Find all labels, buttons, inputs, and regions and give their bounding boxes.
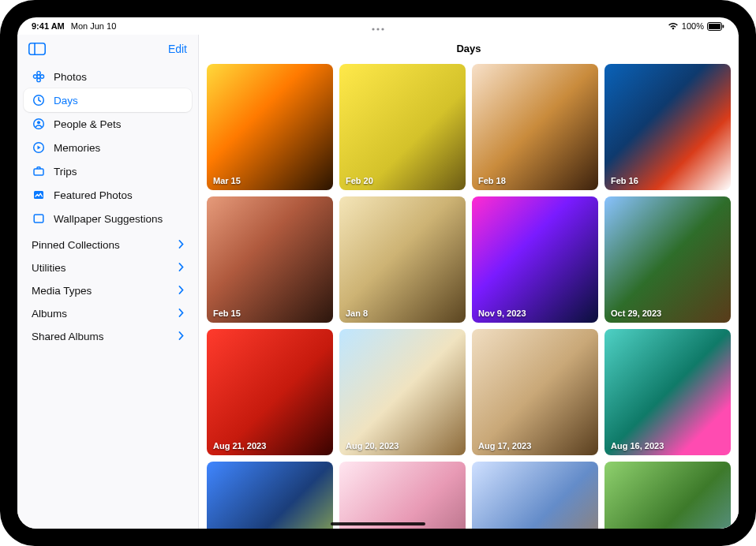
person-icon: [32, 117, 46, 131]
sidebar-item-label: Memories: [54, 142, 100, 154]
tile-date-label: Feb 20: [346, 176, 373, 185]
day-tile[interactable]: Aug 21, 2023: [207, 329, 333, 455]
day-tile[interactable]: Feb 20: [339, 64, 466, 190]
day-tile[interactable]: [604, 462, 731, 529]
sidebar-group-utilities[interactable]: Utilities: [24, 256, 192, 279]
photo-grid: Mar 15Feb 20Feb 18Feb 16Feb 15Jan 8Nov 9…: [207, 64, 731, 529]
sidebar-item-featured-photos[interactable]: Featured Photos: [24, 183, 192, 207]
clock-icon: [32, 93, 46, 107]
photo-thumbnail: [207, 196, 333, 323]
tile-date-label: Feb 16: [611, 176, 638, 185]
day-tile[interactable]: Jan 8: [339, 196, 466, 323]
wifi-icon: [668, 22, 679, 30]
photos-icon: [32, 69, 46, 84]
sidebar-group-pinned-collections[interactable]: Pinned Collections: [24, 234, 192, 256]
tile-date-label: Nov 9, 2023: [478, 309, 526, 318]
chevron-right-icon: [178, 285, 184, 297]
sidebar-item-label: Trips: [54, 166, 77, 178]
photo-thumbnail: [339, 329, 466, 455]
sidebar-item-days[interactable]: Days: [24, 88, 192, 112]
home-indicator[interactable]: [331, 522, 425, 525]
battery-icon: [707, 22, 724, 31]
day-tile[interactable]: [472, 462, 598, 529]
photo-thumbnail: [207, 329, 333, 455]
svg-rect-19: [34, 215, 43, 223]
status-time: 9:41 AM: [32, 21, 65, 31]
photo-thumbnail: [207, 462, 333, 529]
tile-date-label: Aug 21, 2023: [213, 441, 266, 451]
sidebar-group-label: Utilities: [32, 262, 66, 274]
svg-point-11: [33, 75, 36, 78]
photo-thumbnail: [339, 64, 466, 190]
svg-rect-6: [29, 43, 45, 54]
memories-icon: [32, 140, 46, 155]
sidebar-item-photos[interactable]: Photos: [24, 65, 192, 88]
content-area: Days Mar 15Feb 20Feb 18Feb 16Feb 15Jan 8…: [199, 35, 739, 529]
tile-date-label: Aug 20, 2023: [346, 441, 399, 451]
photo-thumbnail: [207, 64, 333, 190]
svg-point-3: [372, 28, 374, 30]
multitask-dots-icon[interactable]: [371, 21, 385, 35]
photo-thumbnail: [472, 329, 598, 455]
day-tile[interactable]: Mar 15: [207, 64, 333, 190]
day-tile[interactable]: Feb 16: [604, 64, 731, 190]
chevron-right-icon: [178, 308, 184, 320]
day-tile[interactable]: [207, 462, 333, 529]
sidebar-group-albums[interactable]: Albums: [24, 302, 192, 325]
day-tile[interactable]: Feb 18: [472, 64, 598, 190]
photo-thumbnail: [339, 462, 466, 529]
day-tile[interactable]: Aug 16, 2023: [604, 329, 731, 455]
app-root: Edit PhotosDaysPeople & PetsMemoriesTrip…: [17, 35, 739, 529]
photo-thumbnail: [604, 196, 731, 323]
photo-thumbnail: [604, 329, 731, 455]
day-tile[interactable]: Aug 17, 2023: [472, 329, 598, 455]
svg-point-9: [37, 71, 40, 74]
photo-thumbnail: [472, 196, 598, 323]
sidebar: Edit PhotosDaysPeople & PetsMemoriesTrip…: [17, 35, 199, 529]
svg-point-10: [37, 78, 40, 81]
ipad-frame: 9:41 AM Mon Jun 10 100%: [0, 0, 756, 546]
svg-rect-17: [34, 169, 43, 175]
tile-date-label: Feb 15: [213, 309, 241, 318]
chevron-right-icon: [178, 331, 184, 342]
sidebar-item-people-pets[interactable]: People & Pets: [24, 112, 192, 136]
tile-date-label: Mar 15: [213, 176, 241, 185]
svg-rect-18: [34, 191, 43, 199]
sidebar-group-label: Pinned Collections: [32, 239, 120, 251]
sidebar-group-media-types[interactable]: Media Types: [24, 279, 192, 302]
sidebar-toggle-icon[interactable]: [27, 41, 47, 57]
status-battery-pct: 100%: [682, 21, 704, 31]
svg-point-4: [376, 28, 379, 30]
sidebar-group-shared-albums[interactable]: Shared Albums: [24, 325, 192, 348]
photo-grid-wrap[interactable]: Mar 15Feb 20Feb 18Feb 16Feb 15Jan 8Nov 9…: [199, 64, 739, 529]
tile-date-label: Feb 18: [478, 176, 506, 185]
content-title: Days: [199, 35, 739, 64]
photo-thumbnail: [339, 196, 466, 323]
chevron-right-icon: [178, 262, 184, 274]
day-tile[interactable]: Nov 9, 2023: [472, 196, 598, 323]
chevron-right-icon: [178, 239, 184, 251]
svg-point-5: [381, 28, 384, 30]
sidebar-edit-button[interactable]: Edit: [168, 43, 187, 55]
tile-date-label: Aug 16, 2023: [611, 441, 664, 451]
sidebar-item-label: Photos: [54, 71, 87, 83]
sidebar-item-memories[interactable]: Memories: [24, 136, 192, 159]
tile-date-label: Jan 8: [346, 309, 368, 318]
tile-date-label: Aug 17, 2023: [478, 441, 531, 451]
sidebar-item-trips[interactable]: Trips: [24, 159, 192, 183]
day-tile[interactable]: Aug 20, 2023: [339, 329, 466, 455]
sidebar-item-label: Wallpaper Suggestions: [54, 213, 163, 225]
featured-icon: [32, 188, 46, 202]
sidebar-item-wallpaper-suggestions[interactable]: Wallpaper Suggestions: [24, 207, 192, 230]
sidebar-group-label: Albums: [32, 308, 67, 320]
day-tile[interactable]: [339, 462, 466, 529]
day-tile[interactable]: Oct 29, 2023: [604, 196, 731, 323]
sidebar-item-label: Featured Photos: [54, 189, 133, 201]
wallpaper-icon: [32, 211, 46, 226]
status-date: Mon Jun 10: [71, 21, 116, 31]
svg-rect-1: [709, 24, 720, 29]
sidebar-group-label: Shared Albums: [32, 331, 104, 342]
day-tile[interactable]: Feb 15: [207, 196, 333, 323]
sidebar-item-label: Days: [54, 95, 78, 107]
svg-point-12: [40, 75, 43, 78]
